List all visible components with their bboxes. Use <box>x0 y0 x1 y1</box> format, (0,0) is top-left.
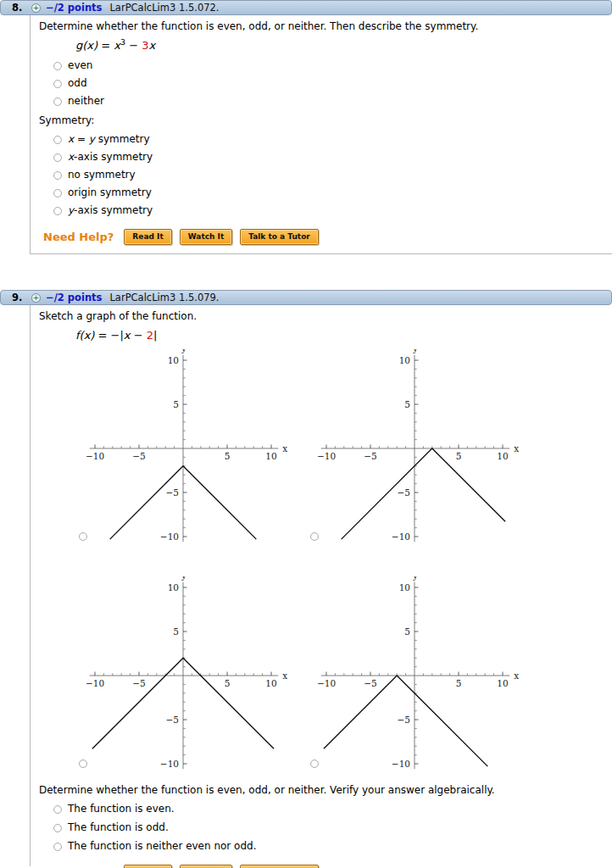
option-label: x = y symmetry <box>68 133 150 146</box>
svg-text:x: x <box>282 670 287 681</box>
watch-it-button[interactable]: Watch It <box>180 865 233 868</box>
svg-text:10: 10 <box>265 451 276 461</box>
svg-text:−10: −10 <box>392 531 410 542</box>
read-it-button[interactable]: Read It <box>124 229 171 245</box>
problem-8-body: Determine whether the function is even, … <box>30 15 612 254</box>
svg-text:−5: −5 <box>166 487 179 498</box>
problem-number: 9. <box>1 292 31 303</box>
need-help-row: Need Help? Read It Watch It Talk to a Tu… <box>43 865 612 868</box>
radio-option-function-neither: The function is neither even nor odd. <box>53 840 612 853</box>
radio-button[interactable] <box>53 824 62 832</box>
option-label: origin symmetry <box>68 186 152 199</box>
parity-prompt: Determine whether the function is even, … <box>39 784 612 797</box>
textbook-reference: LarPCalcLim3 1.5.072. <box>109 2 219 14</box>
svg-text:−5: −5 <box>364 451 376 461</box>
svg-text:−10: −10 <box>160 531 179 542</box>
option-label: y-axis symmetry <box>68 204 153 217</box>
problem-9-header: 9. + −/2 points LarPCalcLim3 1.5.079. <box>0 290 612 305</box>
svg-text:5: 5 <box>404 626 410 637</box>
read-it-button[interactable]: Read It <box>124 865 171 868</box>
option-label: The function is neither even nor odd. <box>68 840 257 853</box>
option-label: neither <box>68 95 104 108</box>
svg-text:10: 10 <box>168 355 179 365</box>
graph-plot-b: −10−10−5−5551010xy <box>309 349 520 548</box>
svg-text:−10: −10 <box>317 678 336 688</box>
section-gap <box>0 254 612 290</box>
radio-button[interactable] <box>53 153 62 162</box>
svg-text:−5: −5 <box>166 715 179 725</box>
radio-option-neither: neither <box>53 95 612 108</box>
svg-text:5: 5 <box>225 678 231 688</box>
svg-text:5: 5 <box>173 626 179 637</box>
problem-9: 9. + −/2 points LarPCalcLim3 1.5.079. Sk… <box>0 290 612 866</box>
function-formula: g(x) = x3 − 3x <box>75 39 612 52</box>
svg-text:y: y <box>412 349 418 353</box>
graph-plot-a: −10−10−5−5551010xy <box>77 349 289 548</box>
svg-text:10: 10 <box>497 678 508 688</box>
option-label: x-axis symmetry <box>68 151 153 164</box>
radio-button[interactable] <box>53 97 62 106</box>
svg-text:−10: −10 <box>86 678 104 688</box>
svg-text:y: y <box>181 349 186 353</box>
option-label: The function is odd. <box>68 821 169 834</box>
need-help-row: Need Help? Read It Watch It Talk to a Tu… <box>43 229 612 245</box>
talk-to-tutor-button[interactable]: Talk to a Tutor <box>240 229 319 245</box>
graph-option-d-radio[interactable] <box>310 760 319 768</box>
svg-text:−5: −5 <box>364 678 376 688</box>
problem-8-header: 8. + −/2 points LarPCalcLim3 1.5.072. <box>0 0 612 15</box>
radio-button[interactable] <box>53 843 62 851</box>
radio-option-yaxis-symmetry: y-axis symmetry <box>53 204 612 217</box>
svg-text:5: 5 <box>225 451 231 461</box>
radio-button[interactable] <box>53 171 62 180</box>
svg-text:10: 10 <box>399 355 410 365</box>
watch-it-button[interactable]: Watch It <box>180 229 233 245</box>
svg-text:10: 10 <box>497 451 508 461</box>
talk-to-tutor-button[interactable]: Talk to a Tutor <box>240 865 319 868</box>
radio-option-function-odd: The function is odd. <box>53 821 612 834</box>
problem-9-body: Sketch a graph of the function. f(x) = −… <box>30 305 612 866</box>
svg-text:−5: −5 <box>398 715 410 725</box>
radio-button[interactable] <box>53 80 62 88</box>
graph-option-a: −10−10−5−5551010xy <box>77 349 289 548</box>
svg-text:−5: −5 <box>132 678 145 688</box>
problem-number: 8. <box>1 2 31 14</box>
option-label: odd <box>68 77 87 90</box>
parity-options: The function is even. The function is od… <box>39 803 612 853</box>
problem-8: 8. + −/2 points LarPCalcLim3 1.5.072. De… <box>0 0 612 254</box>
svg-text:5: 5 <box>404 399 410 409</box>
problem-prompt: Sketch a graph of the function. <box>39 310 612 323</box>
radio-option-even: even <box>53 59 612 72</box>
graph-plot-d: −10−10−5−5551010xy <box>309 576 520 775</box>
graph-option-c-radio[interactable] <box>79 760 87 768</box>
svg-text:5: 5 <box>456 678 462 688</box>
svg-text:−5: −5 <box>398 487 410 498</box>
radio-option-xy-symmetry: x = y symmetry <box>53 133 612 146</box>
svg-text:−10: −10 <box>392 759 410 769</box>
svg-text:−10: −10 <box>317 451 336 461</box>
graph-option-d: −10−10−5−5551010xy <box>309 576 520 775</box>
points-label: −/2 points <box>46 2 102 14</box>
symmetry-options: x = y symmetry x-axis symmetry no symmet… <box>39 133 612 217</box>
graph-option-b-radio[interactable] <box>310 532 319 541</box>
expand-plus-icon[interactable]: + <box>31 293 41 303</box>
expand-plus-icon[interactable]: + <box>31 3 41 13</box>
radio-button[interactable] <box>53 62 62 70</box>
symmetry-heading: Symmetry: <box>39 114 612 127</box>
need-help-label: Need Help? <box>43 231 114 243</box>
option-label: even <box>68 59 92 72</box>
radio-button[interactable] <box>53 136 62 144</box>
svg-text:−10: −10 <box>86 451 104 461</box>
points-label: −/2 points <box>46 292 102 303</box>
radio-button[interactable] <box>53 805 62 814</box>
svg-text:10: 10 <box>399 582 410 593</box>
radio-button[interactable] <box>53 189 62 198</box>
function-formula: f(x) = −|x − 2| <box>75 329 612 342</box>
graph-answer-grid: −10−10−5−5551010xy −10−10−5−5551010xy −1… <box>77 349 612 775</box>
svg-text:5: 5 <box>456 451 462 461</box>
graph-option-a-radio[interactable] <box>79 532 87 541</box>
problem-prompt: Determine whether the function is even, … <box>39 20 612 33</box>
svg-text:10: 10 <box>168 582 179 593</box>
graph-option-c: −10−10−5−5551010xy <box>77 576 289 775</box>
radio-button[interactable] <box>53 207 62 215</box>
svg-text:10: 10 <box>265 678 276 688</box>
